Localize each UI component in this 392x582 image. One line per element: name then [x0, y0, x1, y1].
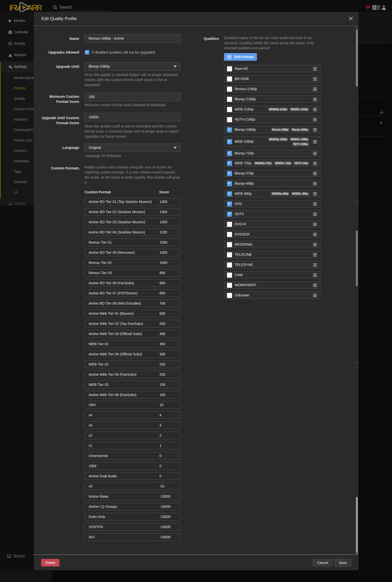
svg-text:ARR: ARR [27, 3, 42, 12]
